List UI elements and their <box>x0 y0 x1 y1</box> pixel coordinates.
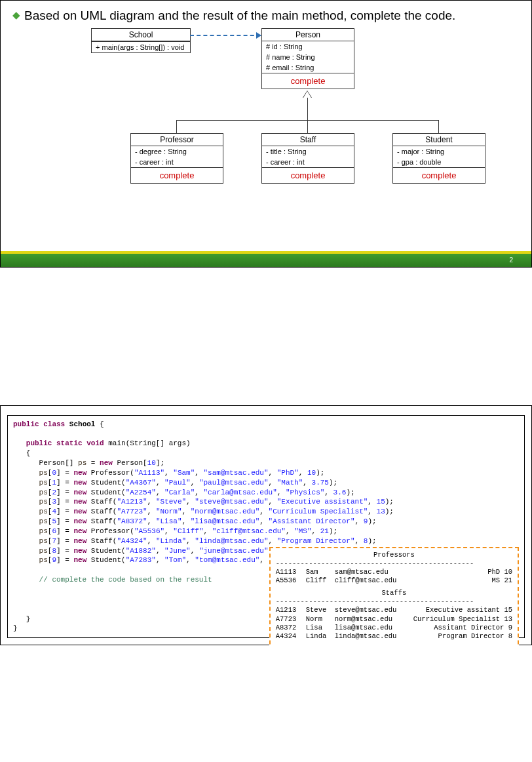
uml-dependency-line <box>190 35 261 36</box>
uml-method: + main(args : String[]) : void <box>92 42 190 52</box>
uml-class-title: School <box>92 29 190 41</box>
uml-attr: # name : String <box>262 52 354 62</box>
uml-attr: # email : String <box>262 62 354 73</box>
uml-attr: - title : String <box>262 146 354 157</box>
uml-attr: - career : int <box>262 157 354 167</box>
complete-label: complete <box>131 168 223 183</box>
slide-uml: ◆ Based on UML diagram and the result of… <box>0 0 532 268</box>
slide-code: public class School { public static void… <box>0 405 532 646</box>
uml-class-student: Student - major : String - gpa : double … <box>392 133 485 184</box>
uml-inherit-arrow-icon <box>303 91 311 98</box>
uml-attr: # id : String <box>262 41 354 52</box>
page-number: 2 <box>509 256 513 264</box>
uml-attr: - major : String <box>393 146 485 157</box>
uml-class-staff: Staff - title : String - career : int co… <box>261 133 354 184</box>
uml-attr: - gpa : double <box>393 157 485 167</box>
bullet-diamond-icon: ◆ <box>12 9 20 21</box>
uml-line <box>438 120 439 133</box>
uml-dependency-arrow-icon <box>256 32 261 39</box>
code-frame: public class School { public static void… <box>7 415 525 639</box>
uml-diagram: School + main(args : String[]) : void Pe… <box>12 28 520 251</box>
slide-gap <box>0 268 532 405</box>
uml-line <box>307 98 308 120</box>
uml-class-title: Student <box>393 134 485 146</box>
slide-prompt: ◆ Based on UML diagram and the result of… <box>12 7 520 24</box>
complete-label: complete <box>262 73 354 89</box>
complete-label: complete <box>262 168 354 183</box>
prompt-text: Based on UML diagram and the result of t… <box>24 7 455 24</box>
uml-class-person: Person # id : String # name : String # e… <box>261 28 354 89</box>
slide-footer: 2 <box>1 254 531 267</box>
uml-line <box>307 120 308 133</box>
uml-class-title: Person <box>262 29 354 41</box>
uml-attr: - career : int <box>131 157 223 167</box>
uml-class-title: Professor <box>131 134 223 146</box>
uml-class-title: Staff <box>262 134 354 146</box>
uml-attr: - degree : String <box>131 146 223 157</box>
program-output: Professors------------------------------… <box>269 547 519 646</box>
uml-line <box>176 120 177 133</box>
uml-class-school: School + main(args : String[]) : void <box>91 28 191 53</box>
complete-label: complete <box>393 168 485 183</box>
uml-class-professor: Professor - degree : String - career : i… <box>130 133 223 184</box>
